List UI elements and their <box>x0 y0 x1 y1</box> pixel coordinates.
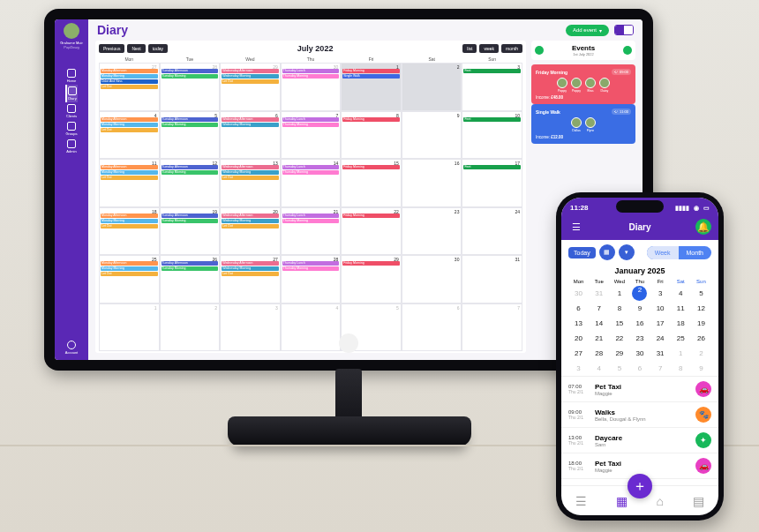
event-chip[interactable]: Let Out <box>101 85 158 89</box>
calendar-cell[interactable]: 22Friday Morning <box>341 207 402 256</box>
calendar-cell[interactable]: 20Wednesday AfternoonWednesday MorningLe… <box>220 207 281 256</box>
seg-month[interactable]: Month <box>679 246 711 259</box>
calendar-cell[interactable]: 14Thursday LunchThursday Morning <box>281 159 342 207</box>
event-chip[interactable]: Tuesday Afternoon <box>162 261 219 266</box>
event-chip[interactable]: Wednesday Afternoon <box>222 165 279 169</box>
calendar-cell[interactable]: 2 <box>160 303 221 352</box>
event-chip[interactable]: Wednesday Morning <box>222 219 279 223</box>
phone-day[interactable]: 5 <box>691 286 711 301</box>
view-grid-button[interactable] <box>615 26 624 34</box>
calendar-cell[interactable]: 2 <box>402 63 462 111</box>
phone-day[interactable]: 20 <box>568 331 589 346</box>
phone-day[interactable]: 7 <box>589 301 609 316</box>
event-chip[interactable]: Monday Afternoon <box>101 214 158 218</box>
sidebar-item-admin[interactable]: Admin <box>65 138 77 155</box>
calendar-cell[interactable]: 30Thursday LunchThursday Morning <box>281 63 342 111</box>
event-chip[interactable]: Tuesday Afternoon <box>162 214 219 218</box>
calendar-cell[interactable]: 25Monday AfternoonMonday MorningLet Out <box>99 255 160 303</box>
tab-home-icon[interactable]: ⌂ <box>657 494 664 508</box>
phone-day[interactable]: 24 <box>650 331 671 346</box>
calendar-cell[interactable]: 3Feet <box>462 63 522 111</box>
event-chip[interactable]: Feet <box>463 69 521 73</box>
event-chip[interactable]: Thursday Lunch <box>282 117 340 122</box>
calendar-cell[interactable]: 12Tuesday AfternoonTuesday Morning <box>160 159 221 207</box>
phone-day[interactable]: 27 <box>568 346 589 361</box>
event-chip[interactable]: Tuesday Afternoon <box>162 117 219 122</box>
phone-event-row[interactable]: 09:00Thu 2/1 Walks Bella, Dougal & Flynn… <box>561 402 718 428</box>
event-chip[interactable]: Thursday Lunch <box>282 69 340 73</box>
calendar-cell[interactable]: 7Thursday LunchThursday Morning <box>281 111 342 160</box>
user-box[interactable]: Grahame Muir PopDawg <box>60 23 83 49</box>
event-chip[interactable]: Feet <box>463 165 521 169</box>
tab-list-icon[interactable]: ☰ <box>575 494 587 508</box>
calendar-cell[interactable]: 9 <box>402 111 462 160</box>
prev-button[interactable]: Previous <box>99 44 124 53</box>
calendar-cell[interactable]: 27Wednesday AfternoonWednesday MorningLe… <box>220 255 281 303</box>
event-chip[interactable]: Monday Morning <box>101 170 158 175</box>
sidebar-item-clients[interactable]: Clients <box>65 102 77 120</box>
phone-day[interactable]: 19 <box>691 316 711 331</box>
calendar-cell[interactable]: 28Tuesday AfternoonTuesday Morning <box>160 63 221 111</box>
event-chip[interactable]: Friday Morning <box>342 117 400 122</box>
event-chip[interactable]: Monday Morning <box>101 123 158 127</box>
calendar-cell[interactable]: 4Monday AfternoonMonday MorningLet Out <box>99 111 160 160</box>
calendar-cell[interactable]: 5Tuesday AfternoonTuesday Morning <box>160 111 221 160</box>
event-chip[interactable]: Friday Morning <box>342 261 400 266</box>
calendar-cell[interactable]: 17Feet <box>462 159 522 207</box>
event-chip[interactable]: Friday Morning <box>342 214 400 218</box>
calendar-cell[interactable]: 26Tuesday AfternoonTuesday Morning <box>160 255 221 303</box>
calendar-cell[interactable]: 13Wednesday AfternoonWednesday MorningLe… <box>220 159 281 207</box>
calendar-cell[interactable]: 3 <box>220 303 281 352</box>
event-chip[interactable]: Wednesday Morning <box>222 170 279 175</box>
event-chip[interactable]: Tuesday Afternoon <box>162 165 219 169</box>
event-chip[interactable]: Thursday Lunch <box>282 214 340 218</box>
phone-day[interactable]: 15 <box>609 316 629 331</box>
event-chip[interactable]: Monday Afternoon <box>101 69 158 73</box>
phone-day[interactable]: 7 <box>650 361 671 376</box>
sidebar-item-account[interactable]: Account <box>55 339 88 356</box>
event-chip[interactable]: Thursday Morning <box>282 266 340 271</box>
phone-today-button[interactable]: Today <box>568 247 596 259</box>
calendar-cell[interactable]: 30 <box>402 255 462 303</box>
calendar-cell[interactable]: 1 <box>99 303 160 352</box>
event-chip[interactable]: Monday Morning <box>101 266 158 271</box>
event-chip[interactable]: Let Out <box>101 272 158 276</box>
event-chip[interactable]: Wednesday Morning <box>222 123 279 127</box>
phone-day[interactable]: 12 <box>691 301 711 316</box>
event-chip[interactable]: Let Out <box>222 79 279 84</box>
phone-day[interactable]: 18 <box>671 316 691 331</box>
event-chip[interactable]: Monday Afternoon <box>101 117 158 122</box>
sidebar-item-diary[interactable]: Diary <box>65 85 77 102</box>
phone-day[interactable]: 28 <box>589 346 609 361</box>
phone-day[interactable]: 14 <box>589 316 609 331</box>
event-chip[interactable]: Single Walk <box>342 74 400 79</box>
calendar-cell[interactable]: 16 <box>402 159 462 207</box>
phone-event-row[interactable]: 13:00Thu 2/1 Daycare Sam ✦ <box>561 428 718 453</box>
calendar-cell[interactable]: 23 <box>402 207 462 256</box>
event-chip[interactable]: Tuesday Morning <box>162 123 219 127</box>
events-next-button[interactable] <box>623 46 632 55</box>
tab-clipboard-icon[interactable]: ▤ <box>693 494 704 508</box>
phone-day[interactable]: 31 <box>650 346 671 361</box>
event-chip[interactable]: Let Out <box>101 128 158 132</box>
event-chip[interactable]: Monday Afternoon <box>101 165 158 169</box>
week-view-button[interactable]: week <box>479 44 499 53</box>
phone-day[interactable]: 4 <box>671 286 691 301</box>
menu-button[interactable]: ☰ <box>568 219 584 235</box>
event-chip[interactable]: Monday Morning <box>101 219 158 223</box>
phone-day[interactable]: 25 <box>671 331 691 346</box>
calendar-cell[interactable]: 18Monday AfternoonMonday MorningLet Out <box>99 207 160 256</box>
events-prev-button[interactable] <box>535 46 544 55</box>
phone-day[interactable]: 6 <box>629 361 650 376</box>
phone-day[interactable]: 1 <box>671 346 691 361</box>
seg-week[interactable]: Week <box>647 246 679 259</box>
event-card[interactable]: Friday Morning ⏱09:00 PoppyPoppyBisaDais… <box>531 64 635 104</box>
calendar-cell[interactable]: 31 <box>462 255 522 303</box>
calendar-cell[interactable]: 29Friday Morning <box>341 255 402 303</box>
event-chip[interactable]: Thursday Morning <box>282 219 340 223</box>
calendar-cell[interactable]: 10Feet <box>462 111 522 160</box>
calendar-cell[interactable]: 1Friday MorningSingle Walk <box>341 63 402 111</box>
add-event-button[interactable]: Add event ▾ <box>566 25 609 36</box>
event-chip[interactable]: Tuesday Morning <box>162 74 219 79</box>
event-chip[interactable]: Tuesday Morning <box>162 266 219 271</box>
